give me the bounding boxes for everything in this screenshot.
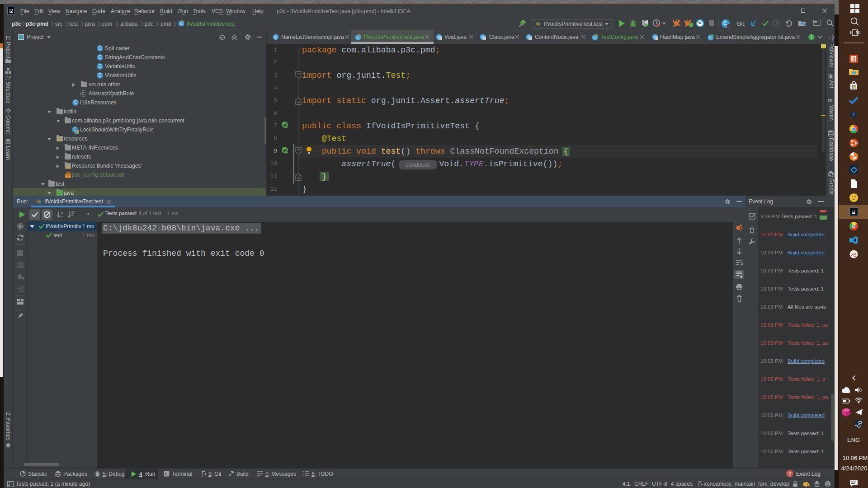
svg-text:C: C: [723, 20, 727, 27]
svg-text:!: !: [22, 225, 23, 229]
svg-text:C: C: [274, 35, 278, 40]
svg-text:I: I: [811, 35, 812, 40]
svg-text:z: z: [61, 215, 63, 219]
svg-text:<>: <>: [66, 175, 71, 178]
svg-text:a: a: [61, 211, 63, 215]
svg-text:!: !: [728, 24, 730, 28]
